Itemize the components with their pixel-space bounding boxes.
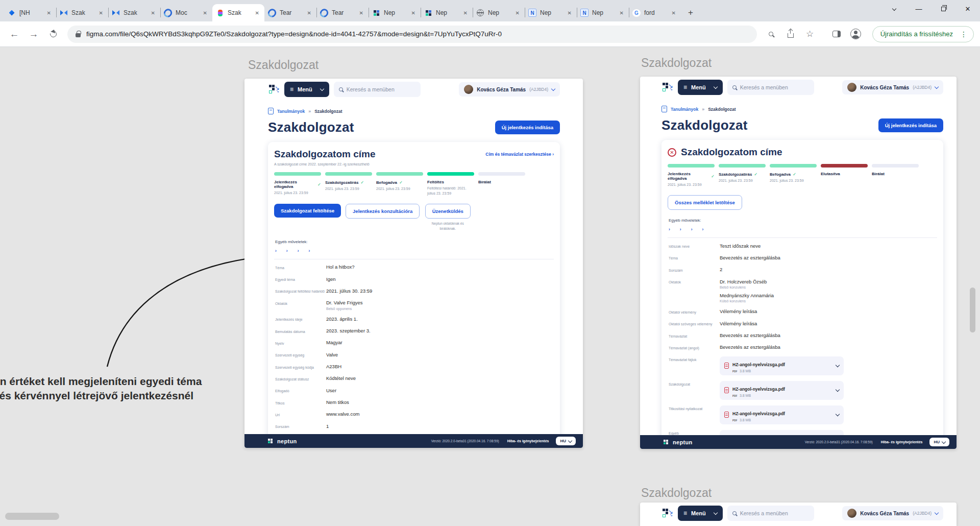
tab-close-icon[interactable]: ✕: [45, 10, 53, 16]
figma-canvas[interactable]: en értéket kell megjeleníteni egyedi tém…: [0, 47, 980, 526]
version-text: Verzió: 2020.2.0-beta31 (2020.04.16. 7:0…: [805, 440, 873, 444]
side-panel-button[interactable]: [828, 26, 845, 42]
tab-close-icon[interactable]: ✕: [306, 10, 313, 16]
quick-link[interactable]: [702, 227, 704, 232]
canvas-vertical-scrollbar[interactable]: [970, 288, 975, 332]
reload-button[interactable]: [45, 26, 61, 42]
file-attachment[interactable]: HZ-angol-nyelvvizsga.pdf 3.8 MB: [720, 405, 844, 424]
tab-close-icon[interactable]: ✕: [514, 10, 521, 16]
menu-button[interactable]: ≡ Menü: [678, 506, 723, 521]
tab-close-icon[interactable]: ✕: [462, 10, 469, 16]
quick-link[interactable]: [298, 248, 299, 253]
menu-search[interactable]: [727, 80, 814, 95]
browser-tab[interactable]: Szak ✕: [212, 4, 264, 21]
quick-link[interactable]: [691, 227, 693, 232]
url-text[interactable]: figma.com/file/Q6sQkWRYBdS3kqhpG9ZTe0/Sz…: [86, 30, 502, 38]
browser-tab[interactable]: Nep ✕: [473, 4, 525, 21]
browser-tab[interactable]: Nep ✕: [369, 4, 421, 21]
address-bar[interactable]: figma.com/file/Q6sQkWRYBdS3kqhpG9ZTe0/Sz…: [67, 26, 757, 43]
browser-tab[interactable]: Tear ✕: [264, 4, 316, 21]
browser-tab[interactable]: Tear ✕: [316, 4, 369, 21]
chevron-down-icon[interactable]: [836, 388, 840, 392]
tab-title: Nep: [384, 9, 406, 16]
quick-link[interactable]: [309, 248, 310, 253]
tab-search-chevron-icon[interactable]: [882, 0, 906, 17]
kebab-menu-icon[interactable]: ⋮: [957, 30, 970, 38]
tab-close-icon[interactable]: ✕: [670, 10, 677, 16]
app-footer: neptun Verzió: 2020.2.0-beta31 (2020.04.…: [244, 434, 583, 448]
back-button[interactable]: ←: [6, 26, 22, 42]
tab-close-icon[interactable]: ✕: [358, 10, 365, 16]
bookmark-button[interactable]: ☆: [802, 26, 818, 42]
tab-close-icon[interactable]: ✕: [410, 10, 417, 16]
chevron-down-icon[interactable]: [836, 363, 840, 367]
window-minimize-button[interactable]: —: [906, 0, 931, 17]
browser-tab[interactable]: Szak ✕: [108, 4, 160, 21]
search-input[interactable]: [740, 510, 809, 516]
new-application-button[interactable]: Új jelentkezés indítása: [878, 118, 943, 132]
quick-link[interactable]: [669, 227, 670, 232]
file-attachment[interactable]: HZ-angol-nyelvvizsga.pdf 3.8 MB: [720, 356, 844, 375]
browser-tab[interactable]: Nep ✕: [577, 4, 629, 21]
file-attachment[interactable]: HZ-angol-nyelvvizsga.pdf 3.8 MB: [720, 381, 844, 400]
window-close-button[interactable]: ✕: [955, 0, 980, 17]
action-button[interactable]: Összes melléklet letöltése: [668, 195, 742, 210]
report-issue-link[interactable]: Hiba- és igénybejelentés: [507, 439, 549, 443]
browser-tab[interactable]: Nep ✕: [421, 4, 473, 21]
new-tab-button[interactable]: +: [684, 6, 697, 19]
detail-value: 2023. szeptember 3.: [326, 328, 553, 334]
user-menu[interactable]: Kovács Géza Tamás (A2JBD4): [842, 80, 943, 94]
neptun-logo-icon[interactable]: ↘↘: [662, 82, 673, 93]
detail-row: Url www.valve.com: [274, 409, 554, 420]
tab-close-icon[interactable]: ✕: [618, 10, 625, 16]
share-button[interactable]: [782, 26, 799, 42]
breadcrumb-section[interactable]: Tanulmányok: [277, 109, 305, 114]
forward-button[interactable]: →: [26, 26, 42, 42]
browser-tab[interactable]: Szak ✕: [56, 4, 108, 21]
neptun-logo-icon[interactable]: ↘↘: [662, 508, 673, 519]
tab-close-icon[interactable]: ✕: [97, 10, 105, 16]
browser-tab[interactable]: [NH ✕: [4, 4, 56, 21]
menu-button[interactable]: ≡ Menü: [678, 80, 723, 95]
browser-tab[interactable]: Moc ✕: [160, 4, 212, 21]
tab-close-icon[interactable]: ✕: [150, 10, 157, 16]
app-header: ↘↘ ≡ Menü Kovács Géza Tamás (A2JBD4): [640, 77, 957, 98]
quick-link[interactable]: [286, 248, 288, 253]
quick-link[interactable]: [680, 227, 681, 232]
action-button[interactable]: Üzenetküldés: [425, 204, 471, 219]
zoom-indicator-icon[interactable]: [763, 26, 779, 42]
browser-tab[interactable]: ford ✕: [629, 4, 681, 21]
language-selector[interactable]: HU: [929, 438, 949, 446]
detail-value: www.valve.com: [326, 411, 553, 417]
browser-tab[interactable]: Nep ✕: [525, 4, 577, 21]
action-button[interactable]: Jelentkezés konzultációra: [346, 204, 420, 219]
window-restore-button[interactable]: [931, 0, 955, 17]
breadcrumb-separator: »: [308, 109, 311, 114]
new-application-button[interactable]: Új jelentkezés indítása: [495, 121, 560, 134]
edit-title-link[interactable]: Cím és témavázlat szerkesztése: [485, 152, 554, 157]
canvas-horizontal-scrollbar[interactable]: [5, 513, 59, 520]
user-menu[interactable]: Kovács Géza Tamás (A2JBD4): [459, 82, 560, 97]
restart-to-update-button[interactable]: Újraindítás a frissítéshez ⋮: [872, 26, 974, 42]
detail-row: Oktatók Dr. Holczvereb Özséb Belső konzu…: [668, 276, 937, 306]
menu-search[interactable]: [334, 82, 421, 97]
user-menu[interactable]: Kovács Géza Tamás (A2JBD4): [842, 506, 943, 520]
frame1-canvas-label[interactable]: Szakdolgozat: [248, 58, 318, 72]
frame3-canvas-label[interactable]: Szakdolgozat: [641, 486, 712, 500]
profile-button[interactable]: [848, 26, 864, 42]
language-selector[interactable]: HU: [556, 437, 576, 445]
action-button[interactable]: Szakdolgozat feltöltése: [274, 204, 341, 218]
search-input[interactable]: [740, 84, 809, 90]
menu-button[interactable]: ≡ Menü: [284, 82, 329, 97]
menu-search[interactable]: [727, 506, 814, 521]
tab-close-icon[interactable]: ✕: [202, 10, 209, 16]
chevron-down-icon[interactable]: [836, 412, 840, 416]
neptun-logo-icon[interactable]: ↘↘: [268, 84, 280, 95]
tab-close-icon[interactable]: ✕: [566, 10, 573, 16]
breadcrumb-section[interactable]: Tanulmányok: [671, 107, 698, 112]
frame2-canvas-label[interactable]: Szakdolgozat: [641, 56, 712, 70]
report-issue-link[interactable]: Hiba- és igénybejelentés: [881, 440, 923, 444]
tab-close-icon[interactable]: ✕: [254, 10, 261, 16]
search-input[interactable]: [347, 86, 415, 92]
quick-link[interactable]: [275, 248, 277, 253]
